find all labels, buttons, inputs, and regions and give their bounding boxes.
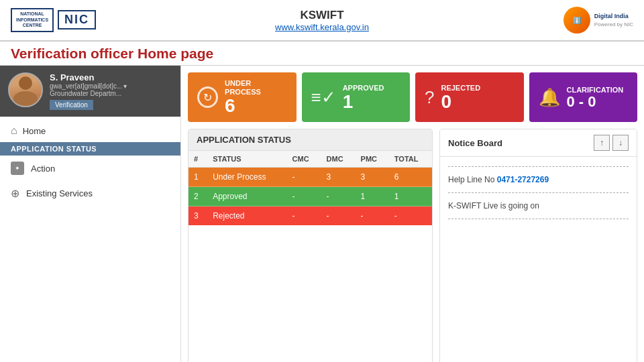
table-cell: -	[389, 206, 432, 226]
under-process-value: 6	[225, 97, 286, 115]
page-title: Verification officer Home page	[0, 42, 644, 66]
table-cell: 2	[189, 187, 207, 206]
app-header: NATIONAL INFORMATICS CENTRE NIC KSWIFT w…	[0, 0, 644, 42]
profile-name: S. Praveen	[50, 72, 127, 82]
header-center: KSWIFT www.kswift.kerala.gov.in	[275, 9, 369, 32]
content-area: ↻ UNDER PROCESS 6 ≡✓ APPROVED 1 ? REJECT…	[181, 66, 644, 362]
table-cell: -	[356, 206, 389, 226]
table-header-row: # STATUS CMC DMC PMC TOTAL	[189, 151, 432, 168]
approved-value: 1	[343, 93, 384, 111]
sidebar: S. Praveen gwa_ver[at]gmail[dot]c... ▾ G…	[0, 66, 181, 362]
notice-up-button[interactable]: ↑	[594, 135, 610, 151]
nic-abbr: NIC	[64, 13, 89, 26]
col-cmc: CMC	[287, 151, 321, 168]
table-row: 2Approved--11	[189, 187, 432, 206]
nav-section-app-status: APPLICATION STATUS	[0, 142, 180, 156]
notice-divider-2	[448, 192, 629, 193]
col-pmc: PMC	[356, 151, 389, 168]
action-icon: ✦	[11, 162, 24, 175]
profile-info: S. Praveen gwa_ver[at]gmail[dot]c... ▾ G…	[50, 72, 127, 110]
table-row: 3Rejected----	[189, 206, 432, 226]
home-icon: ⌂	[11, 125, 17, 137]
helpline-number: 0471-2727269	[497, 175, 549, 184]
table-cell: -	[321, 206, 356, 226]
di-tagline: Powered by NIC	[594, 21, 633, 28]
clarification-value: 0 - 0	[567, 95, 624, 109]
avatar	[8, 72, 43, 107]
table-cell: 1	[189, 168, 207, 187]
col-dmc: DMC	[321, 151, 356, 168]
app-url: www.kswift.kerala.gov.in	[275, 22, 369, 32]
di-icon-symbol: ℹ️	[573, 17, 581, 24]
notice-board-panel: Notice Board ↑ ↓ Help Line No 0471-27272…	[439, 129, 637, 362]
sidebar-item-action[interactable]: ✦ Action	[0, 156, 180, 181]
sidebar-item-existing[interactable]: ⊕ Existing Services	[0, 181, 180, 206]
status-table: # STATUS CMC DMC PMC TOTAL 1Under Proces…	[189, 151, 432, 225]
table-cell: Rejected	[207, 206, 286, 226]
table-cell: -	[321, 187, 356, 206]
under-process-label: UNDER PROCESS	[225, 79, 286, 97]
col-status: STATUS	[207, 151, 286, 168]
table-cell: 3	[189, 206, 207, 226]
profile-role-badge: Verification	[50, 100, 93, 110]
rejected-icon: ?	[425, 87, 434, 108]
clarification-icon: 🔔	[539, 87, 560, 108]
table-row: 1Under Process-336	[189, 168, 432, 187]
sidebar-profile: S. Praveen gwa_ver[at]gmail[dot]c... ▾ G…	[0, 66, 180, 117]
table-cell: Under Process	[207, 168, 286, 187]
status-card-clarification: 🔔 CLARIFICATION 0 - 0	[529, 72, 638, 122]
table-cell: 1	[356, 187, 389, 206]
existing-icon: ⊕	[11, 187, 19, 200]
app-title: KSWIFT	[275, 9, 369, 22]
profile-dept: Groundwater Departm...	[50, 90, 127, 97]
nic-logo: NATIONAL INFORMATICS CENTRE NIC	[11, 8, 96, 32]
notice-board-title: Notice Board	[448, 138, 502, 148]
sidebar-action-label: Action	[31, 164, 55, 174]
table-cell: -	[287, 187, 321, 206]
table-cell: Approved	[207, 187, 286, 206]
table-cell: 6	[389, 168, 432, 187]
notice-content: Help Line No 0471-2727269 K-SWIFT Live i…	[440, 157, 637, 362]
main-layout: S. Praveen gwa_ver[at]gmail[dot]c... ▾ G…	[0, 66, 644, 362]
table-cell: -	[287, 168, 321, 187]
approved-icon: ≡✓	[311, 87, 336, 108]
chevron-down-icon: ▾	[123, 82, 127, 90]
app-status-header: APPLICATION STATUS	[189, 129, 432, 151]
status-card-under-process: ↻ UNDER PROCESS 6	[188, 72, 297, 122]
rejected-value: 0	[441, 93, 480, 111]
notice-divider-1	[448, 166, 629, 167]
notice-controls: ↑ ↓	[594, 135, 629, 151]
notice-divider-3	[448, 219, 629, 219]
sidebar-home-label: Home	[23, 126, 46, 136]
nic-text3: CENTRE	[23, 23, 42, 28]
app-status-panel: APPLICATION STATUS # STATUS CMC DMC PMC …	[188, 129, 433, 362]
notice-down-button[interactable]: ↓	[612, 135, 629, 151]
col-total: TOTAL	[389, 151, 432, 168]
profile-email: gwa_ver[at]gmail[dot]c... ▾	[50, 82, 127, 90]
table-cell: -	[287, 206, 321, 226]
table-cell: 1	[389, 187, 432, 206]
notice-item-1: Help Line No 0471-2727269	[448, 171, 629, 188]
under-process-icon: ↻	[197, 86, 218, 108]
status-card-rejected: ? REJECTED 0	[415, 72, 524, 122]
sidebar-existing-label: Existing Services	[26, 188, 93, 198]
notice-item-2: K-SWIFT Live is going on	[448, 197, 629, 215]
status-cards-row: ↻ UNDER PROCESS 6 ≡✓ APPROVED 1 ? REJECT…	[188, 72, 637, 122]
sidebar-nav: ⌂ Home APPLICATION STATUS ✦ Action ⊕ Exi…	[0, 117, 180, 208]
notice-board-header: Notice Board ↑ ↓	[440, 129, 637, 157]
col-num: #	[189, 151, 207, 168]
nic-text: NATIONAL	[20, 11, 44, 17]
nic-text2: INFORMATICS	[16, 17, 48, 23]
table-cell: 3	[321, 168, 356, 187]
status-card-approved: ≡✓ APPROVED 1	[302, 72, 411, 122]
sidebar-item-home[interactable]: ⌂ Home	[0, 119, 180, 142]
lower-content: APPLICATION STATUS # STATUS CMC DMC PMC …	[188, 129, 637, 362]
table-cell: 3	[356, 168, 389, 187]
digital-india-text: Digital India	[594, 12, 633, 21]
digital-india-logo: ℹ️ Digital India Powered by NIC	[564, 7, 633, 34]
